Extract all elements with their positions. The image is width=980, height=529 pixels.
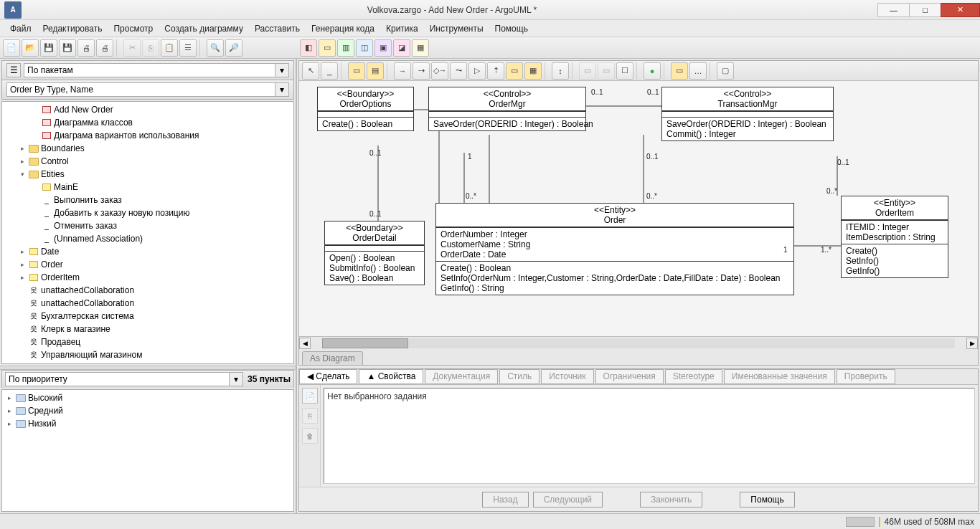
- tree-item[interactable]: ▾Etities: [2, 168, 293, 181]
- perspective-select[interactable]: [24, 63, 275, 77]
- rect-tool[interactable]: ▢: [717, 62, 734, 80]
- attribute-tool[interactable]: ●: [644, 62, 661, 80]
- maximize-button[interactable]: □: [909, 3, 941, 17]
- close-button[interactable]: ✕: [941, 3, 980, 17]
- prop-tab-8[interactable]: Проверить: [837, 369, 895, 384]
- save-button[interactable]: 💾: [40, 39, 57, 57]
- interface-tool[interactable]: ▭: [506, 62, 523, 80]
- print2-button[interactable]: 🖨: [96, 39, 113, 57]
- menu-Критика[interactable]: Критика: [380, 22, 424, 35]
- menu-Расставить[interactable]: Расставить: [249, 22, 306, 35]
- more-tool[interactable]: …: [689, 62, 707, 80]
- uml-class-orderitem[interactable]: <<Entity>>OrderItem ITEMID : IntegerItem…: [841, 196, 948, 278]
- prop-tab-3[interactable]: Стиль: [499, 369, 540, 384]
- uml-class-order[interactable]: <<Entity>>Order OrderNumber : IntegerCus…: [435, 203, 794, 295]
- tree-item[interactable]: ▸Date: [2, 245, 293, 258]
- prop-tool-new[interactable]: 📄: [302, 388, 318, 404]
- paste-button[interactable]: 📋: [161, 39, 178, 57]
- tree-item[interactable]: Диаграма вариантов использования: [2, 129, 293, 142]
- sequence-diagram-button[interactable]: ▥: [337, 39, 354, 57]
- uml-class-orderoptions[interactable]: <<Boundary>>OrderOptions Create() : Bool…: [317, 87, 414, 131]
- scroll-left-button[interactable]: ◀: [299, 338, 311, 349]
- diagram-hscrollbar[interactable]: ◀ ▶: [299, 336, 978, 349]
- uml-class-transactionmgr[interactable]: <<Control>>TransactionMgr SaveOrder(ORDE…: [661, 87, 834, 141]
- enum-tool[interactable]: ▦: [524, 62, 542, 80]
- menu-Помощь[interactable]: Помощь: [489, 22, 534, 35]
- priority-tree[interactable]: ▸Высокий▸Средний▸Низкий: [2, 390, 293, 511]
- select-tool[interactable]: ↖: [302, 62, 319, 80]
- menu-Файл[interactable]: Файл: [4, 22, 37, 35]
- broom-tool[interactable]: ⎯: [321, 62, 338, 80]
- activity-diagram-button[interactable]: ◪: [393, 39, 410, 57]
- scroll-right-button[interactable]: ▶: [966, 338, 978, 349]
- menu-Создать диаграмму[interactable]: Создать диаграмму: [159, 22, 249, 35]
- tree-item[interactable]: 웃Продавец: [2, 335, 293, 348]
- tree-item[interactable]: ⎯Добавить к заказу новую позицию: [2, 206, 293, 219]
- tree-item[interactable]: 웃Клерк в магазине: [2, 323, 293, 335]
- diagram-tab-as-diagram[interactable]: As Diagram: [302, 351, 363, 365]
- package-tool[interactable]: ▭: [348, 62, 365, 80]
- class-tool[interactable]: ▤: [367, 62, 384, 80]
- prop-tab-0[interactable]: ◀ Сделать: [299, 369, 357, 384]
- open-button[interactable]: 📂: [22, 39, 39, 57]
- priority-item[interactable]: ▸Низкий: [2, 417, 293, 430]
- dependency-tool[interactable]: ⤳: [450, 62, 467, 80]
- new-button[interactable]: 📄: [3, 39, 20, 57]
- prop-tab-5[interactable]: Ограничения: [595, 369, 664, 384]
- generalization-tool[interactable]: ▷: [468, 62, 486, 80]
- order-select[interactable]: [6, 82, 275, 97]
- diagram-canvas[interactable]: <<Boundary>>OrderOptions Create() : Bool…: [299, 81, 978, 336]
- order-dropdown[interactable]: ▾: [275, 82, 289, 97]
- priority-item[interactable]: ▸Средний: [2, 404, 293, 417]
- tree-item[interactable]: 웃unattachedCollaboration: [2, 284, 293, 297]
- perspective-icon[interactable]: ☰: [6, 63, 21, 77]
- assoc-tool[interactable]: →: [394, 62, 411, 80]
- tree-item[interactable]: ⎯Отменить заказ: [2, 219, 293, 232]
- collab-diagram-button[interactable]: ◫: [356, 39, 373, 57]
- tree-item[interactable]: 웃(Unnamed Extend): [2, 361, 293, 363]
- anchor-tool[interactable]: ↕: [552, 62, 569, 80]
- menu-Редактировать[interactable]: Редактировать: [37, 22, 108, 35]
- zoom-button[interactable]: 🔎: [225, 39, 242, 57]
- perspective-dropdown[interactable]: ▾: [275, 63, 289, 77]
- priority-dropdown[interactable]: ▾: [229, 372, 243, 386]
- tree-item[interactable]: Диаграмма классов: [2, 116, 293, 129]
- aggregation-tool[interactable]: ◇→: [431, 62, 448, 80]
- comment-tool[interactable]: ☐: [616, 62, 633, 80]
- prop-tab-6[interactable]: Stereotype: [665, 369, 722, 384]
- uml-class-orderdetail[interactable]: <<Boundary>>OrderDetail Open() : Boolean…: [324, 221, 425, 285]
- priority-item[interactable]: ▸Высокий: [2, 391, 293, 404]
- usecase-diagram-button[interactable]: ◧: [300, 39, 317, 57]
- datatype-tool[interactable]: ▭: [671, 62, 688, 80]
- help-button[interactable]: Помощь: [740, 492, 794, 507]
- tree-item[interactable]: ⎯Выполнить заказ: [2, 194, 293, 206]
- menu-Генерация кода[interactable]: Генерация кода: [306, 22, 380, 35]
- tree-item[interactable]: 웃unattachedCollaboration: [2, 297, 293, 310]
- save-as-button[interactable]: 💾: [59, 39, 76, 57]
- tree-item[interactable]: ▸Boundaries: [2, 142, 293, 155]
- prop-tab-4[interactable]: Источник: [541, 369, 593, 384]
- model-tree[interactable]: Add New OrderДиаграмма классовДиаграма в…: [2, 102, 293, 363]
- deploy-diagram-button[interactable]: ▦: [412, 39, 429, 57]
- tree-item[interactable]: Add New Order: [2, 103, 293, 116]
- layout-button[interactable]: ☰: [179, 39, 197, 57]
- tree-item[interactable]: ▸Order: [2, 258, 293, 271]
- tree-item[interactable]: ▸OrderItem: [2, 271, 293, 284]
- tree-item[interactable]: MainE: [2, 181, 293, 194]
- realization-tool[interactable]: ⇡: [487, 62, 504, 80]
- priority-select[interactable]: [5, 372, 230, 386]
- tree-item[interactable]: ▸Control: [2, 155, 293, 168]
- assoc2-tool[interactable]: ⇢: [413, 62, 430, 80]
- tree-item[interactable]: 웃Бухгалтерская система: [2, 310, 293, 323]
- menu-Инструменты[interactable]: Инструменты: [424, 22, 489, 35]
- print-button[interactable]: 🖨: [77, 39, 95, 57]
- uml-class-ordermgr[interactable]: <<Control>>OrderMgr SaveOrder(ORDERID : …: [428, 87, 586, 131]
- prop-tab-7[interactable]: Именованные значения: [724, 369, 835, 384]
- prop-tab-2[interactable]: Документация: [425, 369, 498, 384]
- menu-Просмотр[interactable]: Просмотр: [108, 22, 159, 35]
- tree-item[interactable]: ⎯(Unnamed Association): [2, 232, 293, 245]
- prop-tab-1[interactable]: ▲ Свойства: [359, 369, 423, 384]
- minimize-button[interactable]: —: [877, 3, 910, 17]
- search-button[interactable]: 🔍: [207, 39, 224, 57]
- class-diagram-button[interactable]: ▭: [319, 39, 336, 57]
